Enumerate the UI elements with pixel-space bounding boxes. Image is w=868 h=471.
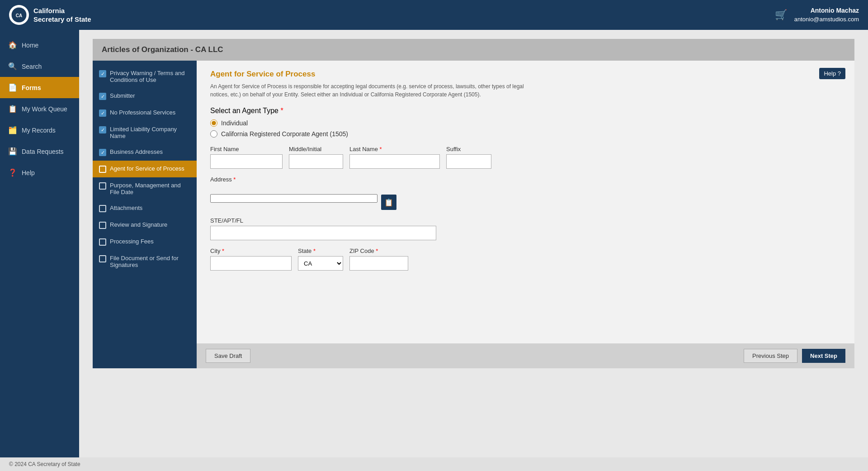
sidebar-item-help[interactable]: ❓ Help: [0, 162, 79, 183]
step-checkbox-processing-fees: [99, 238, 106, 246]
step-checkbox-attachments: [99, 205, 106, 212]
ste-input[interactable]: [210, 226, 436, 240]
step-llc-name[interactable]: ✓ Limited Liability Company Name: [93, 121, 197, 144]
previous-step-button[interactable]: Previous Step: [744, 349, 797, 363]
search-icon: 🔍: [8, 62, 17, 71]
data-requests-icon: 💾: [8, 147, 17, 156]
suffix-label: Suffix: [446, 146, 491, 152]
radio-corp-agent-input[interactable]: [210, 130, 217, 138]
first-name-label: First Name: [210, 146, 283, 152]
radio-individual-input[interactable]: [210, 119, 217, 127]
agent-type-label-row: Select an Agent Type *: [210, 107, 841, 115]
step-checkbox-business-addresses: ✓: [99, 149, 106, 156]
form-container: ✓ Privacy Warning / Terms and Conditions…: [93, 61, 854, 368]
zip-group: ZIP Code *: [349, 247, 408, 271]
zip-label: ZIP Code *: [349, 247, 408, 254]
step-label-agent-service: Agent for Service of Process: [110, 165, 184, 172]
required-star-state: *: [313, 247, 316, 254]
last-name-group: Last Name *: [349, 146, 440, 169]
main-layout: 🏠 Home 🔍 Search 📄 Forms 📋 My Work Queue …: [0, 30, 868, 457]
step-review-signature[interactable]: Review and Signature: [93, 217, 197, 233]
logo: CA California Secretary of State: [9, 5, 91, 25]
next-step-button[interactable]: Next Step: [802, 349, 845, 363]
sidebar-item-home[interactable]: 🏠 Home: [0, 34, 79, 56]
address-copy-button[interactable]: 📋: [381, 195, 396, 210]
step-purpose[interactable]: Purpose, Management and File Date: [93, 177, 197, 200]
required-star-city: *: [222, 247, 224, 254]
form-footer: Save Draft Previous Step Next Step: [197, 343, 854, 368]
step-label-no-professional: No Professional Services: [110, 109, 175, 116]
page-title: Articles of Organization - CA LLC: [93, 39, 854, 61]
required-star-last-name: *: [380, 146, 382, 152]
radio-individual[interactable]: Individual: [210, 119, 841, 127]
sidebar-item-records[interactable]: 🗂️ My Records: [0, 119, 79, 141]
user-name: Antonio Machaz: [794, 6, 859, 15]
suffix-group: Suffix: [446, 146, 491, 169]
name-fields-row: First Name Middle/Initial Last Name *: [210, 146, 841, 169]
step-checkbox-no-professional: ✓: [99, 109, 106, 117]
zip-input[interactable]: [349, 256, 408, 271]
step-no-professional[interactable]: ✓ No Professional Services: [93, 105, 197, 121]
required-star-agent: *: [280, 107, 283, 114]
step-label-processing-fees: Processing Fees: [110, 238, 154, 245]
required-star-address: *: [233, 176, 236, 183]
address-input[interactable]: [210, 194, 377, 203]
header: CA California Secretary of State 🛒 Anton…: [0, 0, 868, 30]
content-area: Articles of Organization - CA LLC ✓ Priv…: [79, 30, 868, 457]
sidebar-label-help: Help: [22, 169, 35, 176]
steps-sidebar: ✓ Privacy Warning / Terms and Conditions…: [93, 61, 197, 368]
sidebar-item-data-requests[interactable]: 💾 Data Requests: [0, 141, 79, 162]
sidebar-label-forms: Forms: [22, 84, 41, 91]
step-attachments[interactable]: Attachments: [93, 200, 197, 217]
help-button[interactable]: Help ?: [819, 68, 845, 79]
radio-corp-agent[interactable]: California Registered Corporate Agent (1…: [210, 130, 841, 138]
city-label: City *: [210, 247, 292, 254]
forms-icon: 📄: [8, 83, 17, 92]
cart-icon[interactable]: 🛒: [775, 9, 787, 21]
state-group: State * CA AL AK AZ AR CO CT: [298, 247, 343, 271]
agent-type-radio-group: Individual California Registered Corpora…: [210, 119, 841, 138]
step-label-privacy: Privacy Warning / Terms and Conditions o…: [110, 70, 190, 83]
save-draft-button[interactable]: Save Draft: [206, 349, 250, 363]
step-file-document[interactable]: File Document or Send for Signatures: [93, 250, 197, 273]
sidebar-label-records: My Records: [22, 127, 56, 134]
step-label-attachments: Attachments: [110, 205, 142, 211]
address-label: Address *: [210, 176, 841, 183]
middle-initial-input[interactable]: [289, 154, 343, 169]
step-business-addresses[interactable]: ✓ Business Addresses: [93, 144, 197, 161]
sidebar-item-search[interactable]: 🔍 Search: [0, 56, 79, 77]
step-label-business-addresses: Business Addresses: [110, 148, 163, 155]
sidebar-item-work-queue[interactable]: 📋 My Work Queue: [0, 98, 79, 119]
last-name-input[interactable]: [349, 154, 440, 169]
step-checkbox-privacy: ✓: [99, 70, 106, 77]
suffix-input[interactable]: [446, 154, 491, 169]
step-agent-service[interactable]: Agent for Service of Process: [93, 161, 197, 177]
footer-right-buttons: Previous Step Next Step: [744, 349, 845, 363]
sidebar-label-data-requests: Data Requests: [22, 148, 64, 155]
sidebar-item-forms[interactable]: 📄 Forms: [0, 77, 79, 98]
step-processing-fees[interactable]: Processing Fees: [93, 233, 197, 250]
first-name-input[interactable]: [210, 154, 283, 169]
middle-initial-group: Middle/Initial: [289, 146, 343, 169]
step-checkbox-review-signature: [99, 222, 106, 229]
step-label-purpose: Purpose, Management and File Date: [110, 182, 190, 195]
city-input[interactable]: [210, 256, 292, 271]
state-select[interactable]: CA AL AK AZ AR CO CT DE FL GA HI: [298, 256, 343, 271]
step-submitter[interactable]: ✓ Submitter: [93, 88, 197, 105]
city-state-zip-row: City * State * CA: [210, 247, 841, 271]
step-checkbox-llc-name: ✓: [99, 126, 106, 133]
city-group: City *: [210, 247, 292, 271]
svg-text:CA: CA: [16, 13, 22, 18]
select-agent-label: Select an Agent Type *: [210, 107, 283, 114]
first-name-group: First Name: [210, 146, 283, 169]
user-email: antonio@amstudios.com: [794, 15, 859, 24]
section-title: Agent for Service of Process: [210, 70, 841, 79]
work-queue-icon: 📋: [8, 105, 17, 113]
copy-icon: 📋: [384, 198, 393, 207]
user-info: Antonio Machaz antonio@amstudios.com: [794, 6, 859, 24]
ste-label: STE/APT/FL: [210, 217, 841, 224]
step-checkbox-agent-service: [99, 166, 106, 173]
ste-group: STE/APT/FL: [210, 217, 841, 240]
step-checkbox-file-document: [99, 255, 106, 262]
step-privacy[interactable]: ✓ Privacy Warning / Terms and Conditions…: [93, 65, 197, 88]
